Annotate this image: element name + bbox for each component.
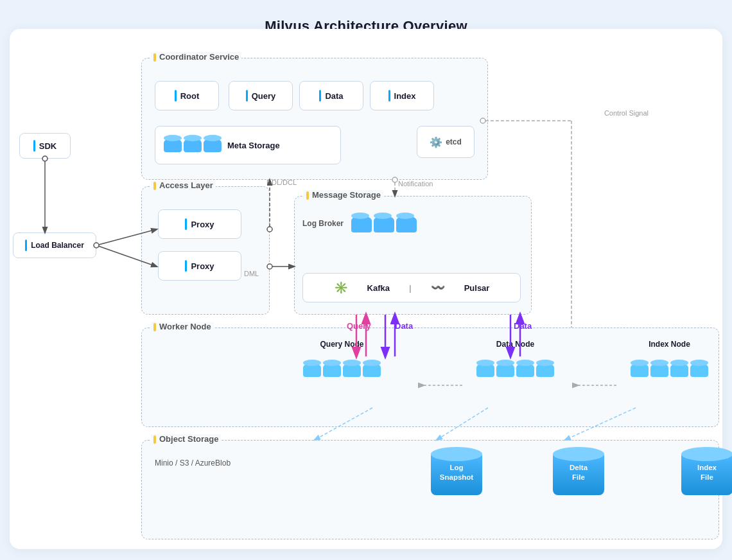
log-snapshot-group: LogSnapshot xyxy=(431,453,482,505)
proxy1-node: Proxy xyxy=(158,209,241,239)
query-arrow-label: Query xyxy=(347,321,371,331)
load-balancer-node: Load Balancer xyxy=(13,232,96,258)
meta-storage-node: Meta Storage xyxy=(155,126,341,164)
object-storage-section: Object Storage Minio / S3 / AzureBlob Lo… xyxy=(141,440,719,539)
root-node: Root xyxy=(155,81,219,110)
delta-file-group: DeltaFile xyxy=(553,453,604,505)
ddl-dcl-label: DDL/DCL xyxy=(266,179,297,186)
etcd-node: ⚙️ etcd xyxy=(417,126,475,158)
index-file-group: IndexFile xyxy=(681,453,732,505)
query-coord-node: Query xyxy=(229,81,293,110)
coordinator-label: Coordinator Service xyxy=(151,52,241,62)
proxy2-node: Proxy xyxy=(158,251,241,281)
coordinator-section: Coordinator Service Root Query Data Inde… xyxy=(141,58,488,180)
sdk-node: SDK xyxy=(19,133,71,159)
worker-label: Worker Node xyxy=(151,322,214,331)
pulsar-icon: 〰️ xyxy=(431,281,445,295)
query-node-icon xyxy=(302,363,381,377)
message-storage-section: Message Storage Log Broker ✳️ Kafka | 〰️… xyxy=(294,196,532,315)
data-arrow-label1: Data xyxy=(395,321,413,331)
access-label: Access Layer xyxy=(151,180,216,190)
message-label: Message Storage xyxy=(304,190,383,200)
object-storage-sublabel: Minio / S3 / AzureBlob xyxy=(155,459,231,468)
data-arrow-label2: Data xyxy=(514,321,532,331)
kafka-pulsar-row: ✳️ Kafka | 〰️ Pulsar xyxy=(302,273,521,302)
index-node-icon xyxy=(630,363,709,377)
dml-label: DML xyxy=(244,270,259,277)
index-coord-node: Index xyxy=(370,81,434,110)
worker-node-section: Worker Node Query Node Data Node Index N… xyxy=(141,328,719,427)
data-node-group: Data Node xyxy=(476,340,555,377)
data-coord-node: Data xyxy=(299,81,363,110)
data-node-icon xyxy=(476,363,555,377)
meta-storage-icon xyxy=(163,138,222,152)
query-node-group: Query Node xyxy=(302,340,381,377)
notification-label: Notification xyxy=(398,180,433,188)
kafka-icon: ✳️ xyxy=(334,281,348,295)
index-node-group: Index Node xyxy=(630,340,709,377)
control-signal-label: Control Signal xyxy=(604,109,649,117)
object-label: Object Storage xyxy=(151,434,221,444)
access-layer-section: Access Layer Proxy Proxy xyxy=(141,186,270,315)
log-broker-area: Log Broker xyxy=(302,216,417,232)
